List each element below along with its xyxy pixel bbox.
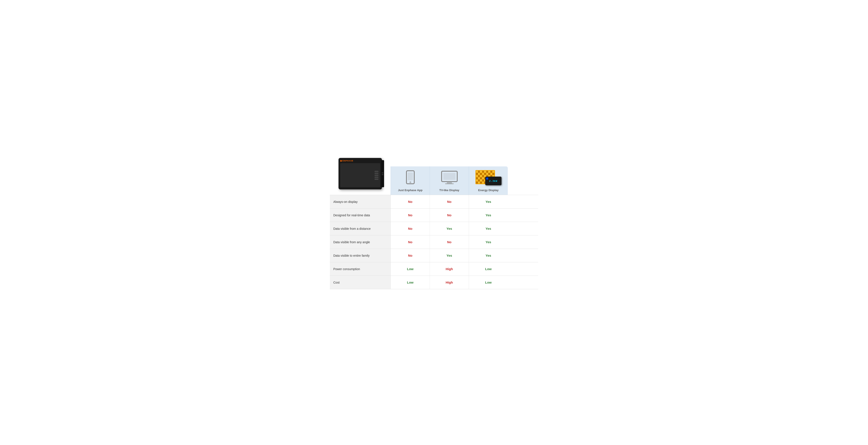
row-value-app: Low: [391, 262, 430, 276]
row-value-tv: No: [430, 209, 469, 222]
row-label: Cost: [330, 276, 391, 289]
port-2: [375, 173, 378, 174]
row-value-energy: Yes: [469, 195, 508, 208]
row-value-app: No: [391, 222, 430, 235]
row-label: Power consumption: [330, 262, 391, 276]
device-side-panel: [381, 160, 384, 187]
row-value-tv: High: [430, 262, 469, 276]
port-5: [375, 179, 378, 180]
row-value-tv: Yes: [430, 222, 469, 235]
row-value-tv: No: [430, 195, 469, 208]
table-row: Data visible from a distance No Yes Yes: [330, 222, 538, 235]
table-row: Cost Low High Low: [330, 276, 538, 289]
table-row: Power consumption Low High Low: [330, 262, 538, 276]
port-4: [375, 177, 378, 178]
row-value-app: No: [391, 195, 430, 208]
header-col-tv: TV-like Display: [430, 166, 469, 195]
col-label-app: Just Enphase App: [393, 189, 428, 192]
row-value-app: No: [391, 209, 430, 222]
side-port-2: [382, 174, 383, 175]
svg-rect-5: [447, 182, 452, 183]
port-1: [375, 171, 378, 172]
table-container: ENPHASE: [330, 156, 538, 289]
table-row: Designed for real-time data No No Yes: [330, 208, 538, 222]
col-label-tv: TV-like Display: [432, 189, 467, 192]
row-value-tv: Yes: [430, 249, 469, 262]
row-value-app: No: [391, 235, 430, 249]
row-label: Data visible from a distance: [330, 222, 391, 235]
enphase-device: ENPHASE: [339, 158, 386, 193]
svg-rect-4: [443, 173, 456, 180]
table-header-row: ENPHASE: [330, 156, 538, 195]
tv-icon: [432, 169, 467, 186]
row-value-energy: Yes: [469, 222, 508, 235]
header-col-app: Just Enphase App: [391, 166, 430, 195]
device-brand-label: ENPHASE: [340, 160, 380, 162]
brand-dot-icon: [340, 160, 342, 162]
row-value-energy: Low: [469, 276, 508, 289]
device-image-area: ENPHASE: [330, 156, 391, 195]
port-3: [375, 174, 378, 176]
row-value-tv: No: [430, 235, 469, 249]
device-ports: [375, 171, 378, 180]
row-value-energy: Yes: [469, 249, 508, 262]
energy-display-icon: 2.3kW: [471, 169, 506, 186]
row-value-app: No: [391, 249, 430, 262]
device-screen: [340, 163, 380, 187]
svg-rect-6: [445, 183, 454, 184]
table-row: Data visible from any angle No No Yes: [330, 235, 538, 249]
row-value-tv: High: [430, 276, 469, 289]
row-value-energy: Yes: [469, 209, 508, 222]
table-row: Data visible to entire family No Yes Yes: [330, 249, 538, 262]
table-row: Always-on display No No Yes: [330, 195, 538, 208]
col-label-energy: Energy Display: [471, 189, 506, 192]
energy-readout: 2.3kW: [489, 180, 497, 183]
row-label: Data visible to entire family: [330, 249, 391, 262]
energy-display-visual: 2.3kW: [475, 170, 501, 185]
row-value-app: Low: [391, 276, 430, 289]
row-value-energy: Low: [469, 262, 508, 276]
svg-rect-1: [408, 172, 413, 180]
comparison-table-wrapper: ENPHASE: [330, 156, 538, 289]
svg-point-2: [409, 181, 411, 183]
row-label: Always-on display: [330, 195, 391, 208]
energy-small-icon: [486, 178, 488, 180]
row-label: Data visible from any angle: [330, 235, 391, 249]
data-rows-container: Always-on display No No Yes Designed for…: [330, 195, 538, 289]
header-col-energy: 2.3kW Energy Display: [469, 166, 508, 195]
phone-icon: [393, 169, 428, 186]
energy-device-small: 2.3kW: [485, 177, 501, 185]
row-value-energy: Yes: [469, 235, 508, 249]
side-port-1: [382, 172, 383, 173]
row-label: Designed for real-time data: [330, 209, 391, 222]
